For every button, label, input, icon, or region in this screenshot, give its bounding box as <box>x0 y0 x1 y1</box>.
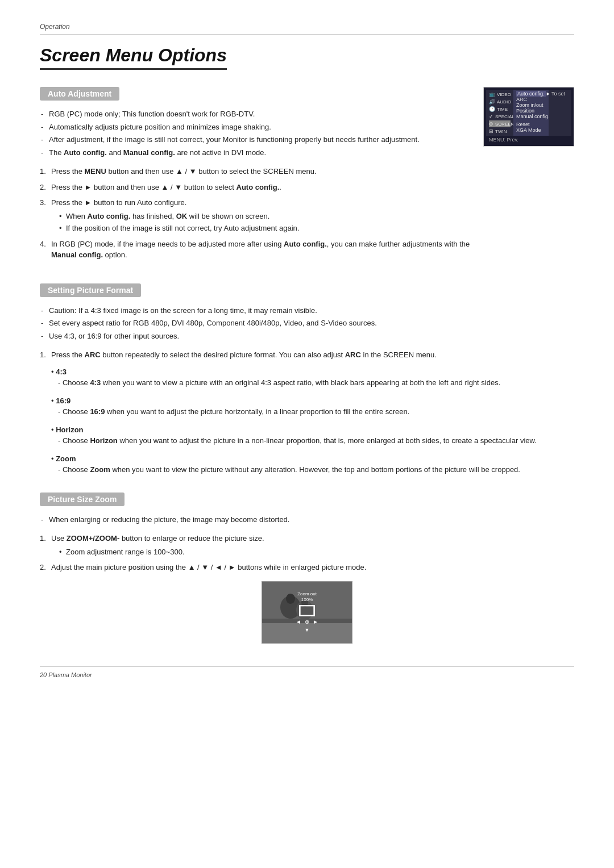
aspect-zoom-desc: - Choose Zoom when you want to view the … <box>51 464 574 475</box>
aspect-169: • 16:9 - Choose 16:9 when you want to ad… <box>51 395 574 418</box>
section-label: Operation <box>40 23 574 31</box>
footer-label: 20 Plasma Monitor <box>40 671 574 678</box>
aspect-items: • 4:3 - Choose 4:3 when you want to view… <box>51 366 574 475</box>
auto-adjustment-main: Auto Adjustment RGB (PC) mode only; This… <box>40 87 472 266</box>
special-icon: ✓ <box>489 114 493 119</box>
step-item: 1. Press the ARC button repeatedly to se… <box>40 349 574 475</box>
menu-prev-label: MENU: Prev. <box>489 137 518 143</box>
picture-size-zoom-steps: 1. Use ZOOM+/ZOOM- button to enlarge or … <box>40 533 574 573</box>
menu-col-mid: Auto config. ► ARC Zoom in/out Position … <box>513 90 549 136</box>
setting-picture-format-section: Setting Picture Format Caution: If a 4:3… <box>40 283 574 475</box>
menu-position: Position <box>516 108 546 114</box>
clock-icon: 🕐 <box>489 106 495 112</box>
bullet-item: When enlarging or reducing the picture, … <box>40 514 574 525</box>
aspect-horizon-label: • Horizon <box>51 424 574 436</box>
menu-autocfg: Auto config. ► <box>516 91 546 97</box>
bullet-item: Use 4:3, or 16:9 for other input sources… <box>40 331 574 342</box>
zoom-text: Zoom out100% <box>297 591 317 603</box>
step-item: 2. Press the ► button and then use ▲ / ▼… <box>40 182 472 193</box>
bullet-item: RGB (PC) mode only; This function doesn'… <box>40 108 472 120</box>
bullet-item: The Auto config. and Manual config. are … <box>40 147 472 158</box>
auto-adjustment-bullets: RGB (PC) mode only; This function doesn'… <box>40 108 472 158</box>
step-item: 1. Use ZOOM+/ZOOM- button to enlarge or … <box>40 533 574 557</box>
twin-icon: ⊞ <box>489 128 493 134</box>
zoom-box-svg <box>300 605 314 616</box>
zoom-subbullets: Zoom adjustment range is 100~300. <box>58 546 574 558</box>
menu-twin-row: ⊞ TWIN <box>489 128 511 135</box>
zoom-image-container: Zoom out100% ◄ ⊕ ► ▼ <box>40 581 574 644</box>
bullet-item: After adjustment, if the image is still … <box>40 134 472 145</box>
auto-adjustment-subbullets: When Auto config. has finished, OK will … <box>58 211 472 234</box>
sub-bullet-item: If the position of the image is still no… <box>58 223 472 234</box>
menu-twin-label: TWIN <box>495 129 507 134</box>
top-divider <box>40 34 574 35</box>
bullet-item: Automatically adjusts picture position a… <box>40 122 472 133</box>
auto-adjustment-header: Auto Adjustment <box>40 87 119 101</box>
zoom-arrows: ◄ ⊕ ► <box>296 619 318 625</box>
picture-size-zoom-header: Picture Size Zoom <box>40 493 125 506</box>
down-arrow: ▼ <box>305 627 310 633</box>
step-item: 1. Press the MENU button and then use ▲ … <box>40 166 472 177</box>
left-arrow: ◄ <box>296 619 301 625</box>
step-item: 3. Press the ► button to run Auto config… <box>40 197 472 234</box>
menu-audio-row: 🔊 AUDIO <box>489 98 511 105</box>
menu-screen-label: SCREEN <box>495 122 514 127</box>
picture-size-zoom-bullets: When enlarging or reducing the picture, … <box>40 514 574 525</box>
aspect-43-label: • 4:3 <box>51 366 574 378</box>
step-item: 2. Adjust the main picture position usin… <box>40 562 574 573</box>
picture-size-zoom-section: Picture Size Zoom When enlarging or redu… <box>40 493 574 644</box>
menu-manual-cfg: Manual config. <box>516 114 546 119</box>
menu-video-label: VIDEO <box>497 92 511 97</box>
menu-time-label: TIME <box>497 107 508 112</box>
picture-format-steps: 1. Press the ARC button repeatedly to se… <box>40 349 574 475</box>
auto-adjustment-content: Auto Adjustment RGB (PC) mode only; This… <box>40 87 574 266</box>
menu-special-row: ✓ SPECIAL <box>489 113 511 120</box>
bottom-divider <box>40 666 574 667</box>
menu-audio-label: AUDIO <box>497 99 511 105</box>
aspect-zoom-label: • Zoom <box>51 453 574 465</box>
menu-screen-row: ⊕ SCREEN <box>489 120 511 127</box>
center-icon: ⊕ <box>305 619 309 625</box>
menu-arc: ARC <box>516 97 546 102</box>
menu-reset: Reset <box>516 122 546 127</box>
menu-bottom-bar: MENU: Prev. <box>486 136 571 144</box>
setting-picture-format-header: Setting Picture Format <box>40 283 141 297</box>
sub-bullet-item: Zoom adjustment range is 100~300. <box>58 546 574 558</box>
page-title: Screen Menu Options <box>40 45 227 70</box>
menu-col-left: 📺 VIDEO 🔊 AUDIO 🕐 TIME <box>486 90 513 136</box>
menu-col-right: To set <box>549 90 571 136</box>
aspect-zoom: • Zoom - Choose Zoom when you want to vi… <box>51 453 574 475</box>
audio-icon: 🔊 <box>489 99 495 105</box>
zoom-overlay: Zoom out100% ◄ ⊕ ► ▼ <box>262 582 352 643</box>
svg-rect-7 <box>300 606 314 616</box>
aspect-169-label: • 16:9 <box>51 395 574 407</box>
tv-icon: 📺 <box>489 91 495 97</box>
auto-adjustment-steps: 1. Press the MENU button and then use ▲ … <box>40 166 472 261</box>
auto-adjustment-section: Auto Adjustment RGB (PC) mode only; This… <box>40 87 574 266</box>
right-arrow: ► <box>313 619 318 625</box>
page-wrapper: Operation Screen Menu Options Auto Adjus… <box>0 0 614 712</box>
menu-body: 📺 VIDEO 🔊 AUDIO 🕐 TIME <box>486 90 571 136</box>
sub-bullet-item: When Auto config. has finished, OK will … <box>58 211 472 222</box>
menu-special-label: SPECIAL <box>495 114 515 119</box>
menu-xga: XGA Mode <box>516 127 546 133</box>
zoom-box-icon <box>299 605 315 616</box>
aspect-43: • 4:3 - Choose 4:3 when you want to view… <box>51 366 574 389</box>
zoom-image: Zoom out100% ◄ ⊕ ► ▼ <box>262 581 352 644</box>
menu-screenshot: 📺 VIDEO 🔊 AUDIO 🕐 TIME <box>483 87 574 147</box>
aspect-horizon-desc: - Choose Horizon when you want to adjust… <box>51 435 574 446</box>
aspect-43-desc: - Choose 4:3 when you want to view a pic… <box>51 377 574 389</box>
menu-image-inner: 📺 VIDEO 🔊 AUDIO 🕐 TIME <box>486 90 571 144</box>
aspect-169-desc: - Choose 16:9 when you want to adjust th… <box>51 406 574 418</box>
to-set-label: To set <box>551 91 565 97</box>
step-item: 4. In RGB (PC) mode, if the image needs … <box>40 239 472 261</box>
aspect-horizon: • Horizon - Choose Horizon when you want… <box>51 424 574 446</box>
menu-video-row: 📺 VIDEO <box>489 91 511 98</box>
screen-icon: ⊕ <box>489 121 493 127</box>
menu-zoom: Zoom in/out <box>516 102 546 108</box>
picture-format-bullets: Caution: If a 4:3 fixed image is on the … <box>40 305 574 342</box>
bullet-item: Caution: If a 4:3 fixed image is on the … <box>40 305 574 316</box>
bullet-item: Set every aspect ratio for RGB 480p, DVI… <box>40 318 574 329</box>
menu-time-row: 🕐 TIME <box>489 106 511 112</box>
